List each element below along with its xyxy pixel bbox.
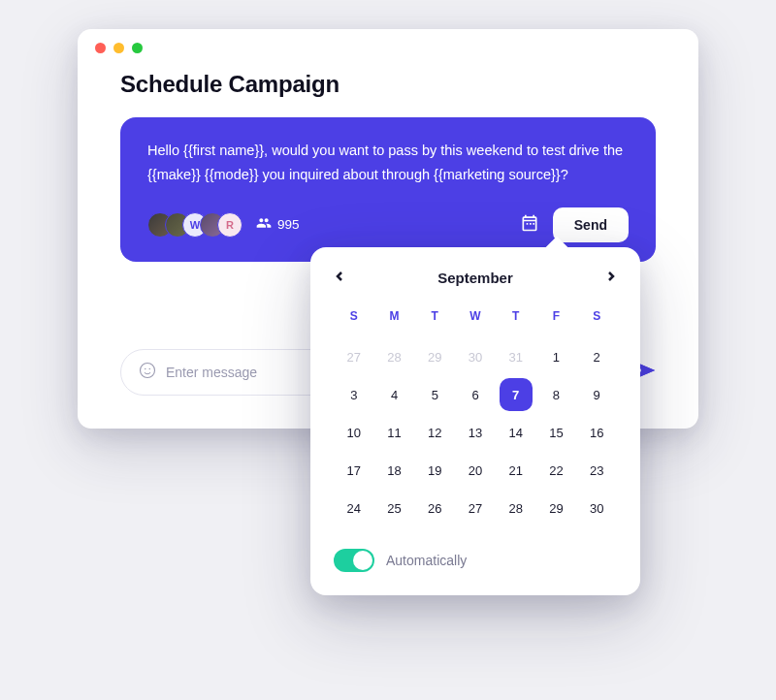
calendar-day[interactable]: 13 bbox=[455, 416, 496, 450]
day-of-week: S bbox=[576, 302, 617, 336]
maximize-icon[interactable] bbox=[132, 43, 143, 53]
calendar-day[interactable]: 15 bbox=[536, 416, 577, 450]
day-of-week: W bbox=[455, 302, 496, 336]
calendar-day[interactable]: 23 bbox=[576, 454, 617, 488]
campaign-card: Hello {{first name}}, would you want to … bbox=[120, 117, 656, 262]
calendar-day-prev-month[interactable]: 30 bbox=[455, 340, 496, 374]
toggle-label: Automatically bbox=[386, 553, 467, 568]
calendar-day[interactable]: 30 bbox=[576, 492, 617, 525]
calendar-day[interactable]: 17 bbox=[334, 454, 374, 488]
count-value: 995 bbox=[277, 217, 300, 232]
calendar-day[interactable]: 29 bbox=[536, 492, 577, 525]
people-icon bbox=[256, 215, 272, 234]
calendar-day-prev-month[interactable]: 31 bbox=[496, 340, 536, 374]
calendar-day-prev-month[interactable]: 27 bbox=[334, 340, 374, 374]
calendar-day[interactable]: 5 bbox=[414, 378, 455, 412]
day-of-week: S bbox=[334, 302, 374, 336]
calendar-day[interactable]: 8 bbox=[536, 378, 577, 412]
calendar-day[interactable]: 24 bbox=[334, 492, 374, 525]
calendar-day[interactable]: 18 bbox=[374, 454, 415, 488]
svg-point-2 bbox=[149, 368, 151, 370]
recipient-avatars: W R bbox=[147, 212, 242, 238]
calendar-day[interactable]: 19 bbox=[414, 454, 455, 488]
calendar-day[interactable]: 1 bbox=[536, 340, 577, 374]
day-of-week: T bbox=[414, 302, 455, 336]
calendar-day[interactable]: 16 bbox=[576, 416, 617, 450]
avatar: R bbox=[217, 212, 242, 238]
calendar-day-prev-month[interactable]: 28 bbox=[374, 340, 415, 374]
titlebar bbox=[78, 29, 698, 63]
day-of-week: M bbox=[374, 302, 415, 336]
calendar-day[interactable]: 22 bbox=[536, 454, 577, 488]
calendar-day[interactable]: 14 bbox=[496, 416, 536, 450]
chevron-left-icon[interactable] bbox=[334, 269, 345, 286]
calendar-header: September bbox=[334, 269, 617, 286]
calendar-day[interactable]: 21 bbox=[496, 454, 536, 488]
page-title: Schedule Campaign bbox=[78, 63, 698, 117]
calendar-day[interactable]: 26 bbox=[414, 492, 455, 525]
calendar-day[interactable]: 6 bbox=[455, 378, 496, 412]
automatically-row: Automatically bbox=[334, 543, 617, 572]
minimize-icon[interactable] bbox=[113, 43, 124, 53]
calendar-day[interactable]: 2 bbox=[576, 340, 617, 374]
calendar-day[interactable]: 3 bbox=[334, 378, 374, 412]
chevron-right-icon[interactable] bbox=[605, 269, 617, 286]
app-window: Schedule Campaign Hello {{first name}}, … bbox=[78, 29, 698, 429]
calendar-day-selected[interactable]: 7 bbox=[500, 378, 533, 411]
svg-point-1 bbox=[145, 368, 146, 370]
calendar-day[interactable]: 11 bbox=[374, 416, 415, 450]
calendar-grid: SMTWTFS272829303112345678910111213141516… bbox=[334, 302, 617, 525]
calendar-day-prev-month[interactable]: 29 bbox=[414, 340, 455, 374]
emoji-icon[interactable] bbox=[139, 362, 156, 383]
day-of-week: F bbox=[536, 302, 577, 336]
automatically-toggle[interactable] bbox=[334, 549, 374, 572]
send-button[interactable]: Send bbox=[553, 207, 629, 242]
campaign-message: Hello {{first name}}, would you want to … bbox=[147, 139, 629, 188]
calendar-day[interactable]: 28 bbox=[496, 492, 536, 525]
close-icon[interactable] bbox=[95, 43, 106, 53]
month-label: September bbox=[437, 270, 513, 286]
calendar-day[interactable]: 4 bbox=[374, 378, 415, 412]
calendar-day[interactable]: 9 bbox=[576, 378, 617, 412]
calendar-day[interactable]: 20 bbox=[455, 454, 496, 488]
calendar-popover: September SMTWTFS27282930311234567891011… bbox=[310, 247, 640, 595]
recipient-count: 995 bbox=[256, 215, 300, 234]
calendar-day[interactable]: 12 bbox=[414, 416, 455, 450]
calendar-icon[interactable] bbox=[520, 213, 539, 237]
calendar-day[interactable]: 25 bbox=[374, 492, 415, 525]
day-of-week: T bbox=[496, 302, 536, 336]
svg-point-0 bbox=[141, 363, 155, 377]
calendar-day[interactable]: 27 bbox=[455, 492, 496, 525]
calendar-day[interactable]: 10 bbox=[334, 416, 374, 450]
